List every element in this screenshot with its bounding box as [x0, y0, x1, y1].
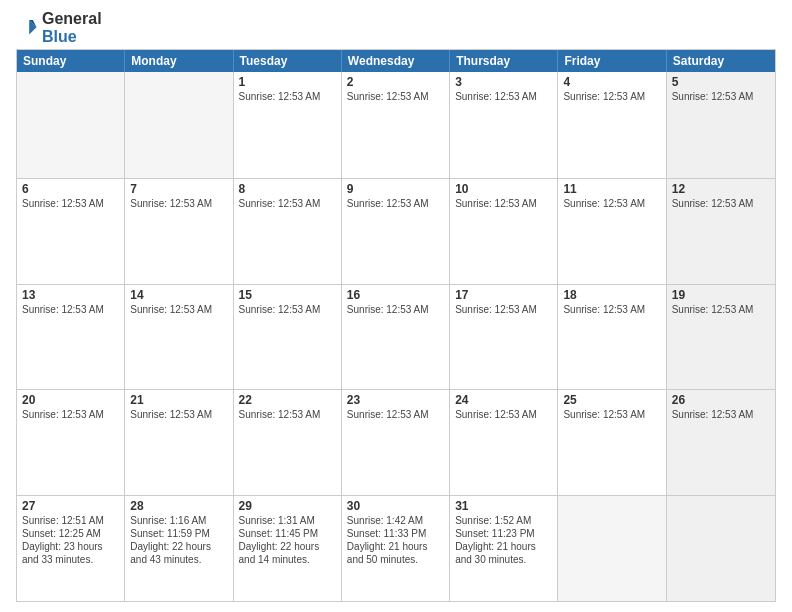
header-day-tuesday: Tuesday — [234, 50, 342, 72]
day-number: 9 — [347, 182, 444, 196]
cal-cell: 13Sunrise: 12:53 AM — [17, 285, 125, 390]
cal-cell — [125, 72, 233, 178]
day-info: Sunrise: 12:53 AM — [130, 303, 227, 316]
day-number: 31 — [455, 499, 552, 513]
day-info: Sunrise: 12:53 AM — [22, 197, 119, 210]
day-info: Sunrise: 12:53 AM — [130, 408, 227, 421]
logo: General Blue — [16, 10, 102, 45]
week-2: 6Sunrise: 12:53 AM7Sunrise: 12:53 AM8Sun… — [17, 178, 775, 284]
day-info: Sunrise: 12:53 AM — [455, 90, 552, 103]
day-info: Sunrise: 12:53 AM — [563, 303, 660, 316]
day-info: Sunrise: 12:53 AM — [130, 197, 227, 210]
cal-cell — [667, 496, 775, 601]
day-number: 11 — [563, 182, 660, 196]
day-number: 14 — [130, 288, 227, 302]
day-info: Sunrise: 12:53 AM — [239, 303, 336, 316]
cal-cell: 24Sunrise: 12:53 AM — [450, 390, 558, 495]
week-5: 27Sunrise: 12:51 AMSunset: 12:25 AMDayli… — [17, 495, 775, 601]
day-info: Sunrise: 12:53 AM — [563, 408, 660, 421]
calendar-body: 1Sunrise: 12:53 AM2Sunrise: 12:53 AM3Sun… — [17, 72, 775, 601]
day-number: 28 — [130, 499, 227, 513]
cal-cell: 7Sunrise: 12:53 AM — [125, 179, 233, 284]
cal-cell: 28Sunrise: 1:16 AMSunset: 11:59 PMDaylig… — [125, 496, 233, 601]
calendar-header: SundayMondayTuesdayWednesdayThursdayFrid… — [17, 50, 775, 72]
day-info: Sunrise: 12:53 AM — [347, 90, 444, 103]
cal-cell: 27Sunrise: 12:51 AMSunset: 12:25 AMDayli… — [17, 496, 125, 601]
cal-cell: 5Sunrise: 12:53 AM — [667, 72, 775, 178]
cal-cell: 20Sunrise: 12:53 AM — [17, 390, 125, 495]
cal-cell: 17Sunrise: 12:53 AM — [450, 285, 558, 390]
cal-cell: 31Sunrise: 1:52 AMSunset: 11:23 PMDaylig… — [450, 496, 558, 601]
day-info: Sunrise: 12:53 AM — [672, 408, 770, 421]
day-number: 27 — [22, 499, 119, 513]
day-number: 29 — [239, 499, 336, 513]
day-info: Sunrise: 12:53 AM — [22, 303, 119, 316]
day-info: Sunrise: 12:53 AM — [239, 408, 336, 421]
day-number: 26 — [672, 393, 770, 407]
day-info: Sunrise: 1:42 AMSunset: 11:33 PMDaylight… — [347, 514, 444, 566]
header: General Blue — [16, 10, 776, 45]
day-number: 4 — [563, 75, 660, 89]
header-day-wednesday: Wednesday — [342, 50, 450, 72]
cal-cell: 8Sunrise: 12:53 AM — [234, 179, 342, 284]
header-day-monday: Monday — [125, 50, 233, 72]
day-number: 22 — [239, 393, 336, 407]
cal-cell: 26Sunrise: 12:53 AM — [667, 390, 775, 495]
cal-cell: 14Sunrise: 12:53 AM — [125, 285, 233, 390]
day-info: Sunrise: 12:53 AM — [239, 90, 336, 103]
cal-cell: 18Sunrise: 12:53 AM — [558, 285, 666, 390]
day-number: 10 — [455, 182, 552, 196]
calendar: SundayMondayTuesdayWednesdayThursdayFrid… — [16, 49, 776, 602]
cal-cell: 23Sunrise: 12:53 AM — [342, 390, 450, 495]
cal-cell: 3Sunrise: 12:53 AM — [450, 72, 558, 178]
day-number: 21 — [130, 393, 227, 407]
day-number: 18 — [563, 288, 660, 302]
day-info: Sunrise: 12:53 AM — [563, 90, 660, 103]
cal-cell: 10Sunrise: 12:53 AM — [450, 179, 558, 284]
week-3: 13Sunrise: 12:53 AM14Sunrise: 12:53 AM15… — [17, 284, 775, 390]
cal-cell: 1Sunrise: 12:53 AM — [234, 72, 342, 178]
day-number: 3 — [455, 75, 552, 89]
logo-text: General Blue — [42, 10, 102, 45]
day-number: 23 — [347, 393, 444, 407]
day-info: Sunrise: 12:53 AM — [455, 408, 552, 421]
day-info: Sunrise: 12:53 AM — [455, 197, 552, 210]
day-number: 17 — [455, 288, 552, 302]
header-day-saturday: Saturday — [667, 50, 775, 72]
day-info: Sunrise: 12:53 AM — [672, 303, 770, 316]
cal-cell: 25Sunrise: 12:53 AM — [558, 390, 666, 495]
day-info: Sunrise: 12:53 AM — [347, 303, 444, 316]
day-info: Sunrise: 1:31 AMSunset: 11:45 PMDaylight… — [239, 514, 336, 566]
cal-cell: 15Sunrise: 12:53 AM — [234, 285, 342, 390]
day-info: Sunrise: 12:53 AM — [563, 197, 660, 210]
week-4: 20Sunrise: 12:53 AM21Sunrise: 12:53 AM22… — [17, 389, 775, 495]
header-day-sunday: Sunday — [17, 50, 125, 72]
day-number: 2 — [347, 75, 444, 89]
day-number: 30 — [347, 499, 444, 513]
header-day-thursday: Thursday — [450, 50, 558, 72]
day-number: 16 — [347, 288, 444, 302]
logo-icon — [16, 17, 38, 39]
day-number: 12 — [672, 182, 770, 196]
day-info: Sunrise: 12:53 AM — [672, 90, 770, 103]
week-1: 1Sunrise: 12:53 AM2Sunrise: 12:53 AM3Sun… — [17, 72, 775, 178]
day-number: 24 — [455, 393, 552, 407]
day-info: Sunrise: 1:52 AMSunset: 11:23 PMDaylight… — [455, 514, 552, 566]
day-info: Sunrise: 12:53 AM — [22, 408, 119, 421]
cal-cell — [558, 496, 666, 601]
cal-cell: 6Sunrise: 12:53 AM — [17, 179, 125, 284]
cal-cell: 21Sunrise: 12:53 AM — [125, 390, 233, 495]
day-number: 7 — [130, 182, 227, 196]
day-number: 20 — [22, 393, 119, 407]
cal-cell: 16Sunrise: 12:53 AM — [342, 285, 450, 390]
page: General Blue SundayMondayTuesdayWednesda… — [0, 0, 792, 612]
day-number: 8 — [239, 182, 336, 196]
cal-cell: 2Sunrise: 12:53 AM — [342, 72, 450, 178]
cal-cell: 30Sunrise: 1:42 AMSunset: 11:33 PMDaylig… — [342, 496, 450, 601]
cal-cell: 4Sunrise: 12:53 AM — [558, 72, 666, 178]
cal-cell: 11Sunrise: 12:53 AM — [558, 179, 666, 284]
day-number: 19 — [672, 288, 770, 302]
day-number: 13 — [22, 288, 119, 302]
day-number: 15 — [239, 288, 336, 302]
day-info: Sunrise: 12:53 AM — [455, 303, 552, 316]
